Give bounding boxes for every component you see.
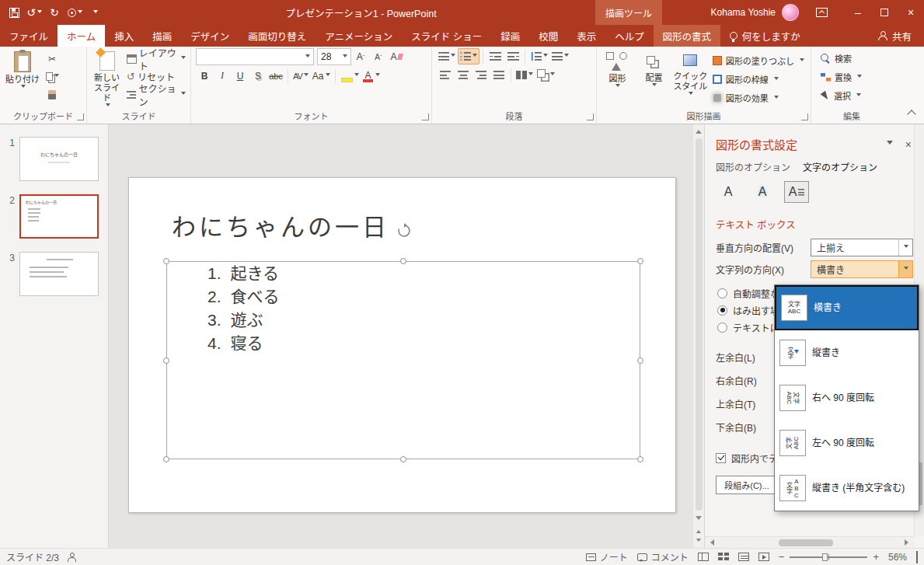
zoom-slider-thumb[interactable] (822, 553, 828, 561)
textbox-layout-icon[interactable]: A (784, 181, 809, 203)
clipboard-dialog-launcher-icon[interactable] (77, 113, 84, 120)
tab-animations[interactable]: アニメーション (316, 25, 402, 47)
paragraph-dialog-launcher-icon[interactable] (587, 113, 594, 120)
previous-slide-icon[interactable] (693, 525, 705, 535)
font-dialog-launcher-icon[interactable] (422, 113, 429, 120)
section-button[interactable]: セクション (125, 86, 187, 103)
list-item[interactable]: 2.食べる (167, 285, 640, 309)
slideshow-view-button[interactable] (758, 553, 769, 561)
pane-horizontal-scrollbar[interactable] (705, 536, 914, 548)
resize-handle-sw[interactable] (163, 456, 169, 462)
tab-view[interactable]: 表示 (567, 25, 605, 47)
format-painter-button[interactable] (44, 86, 61, 103)
radio-icon[interactable] (717, 288, 727, 298)
tab-transitions[interactable]: 画面切り替え (239, 25, 316, 47)
collapse-ribbon-icon[interactable] (907, 110, 915, 118)
resize-handle-se[interactable] (637, 456, 643, 462)
new-slide-button[interactable]: 新しい スライド (90, 49, 124, 109)
checkbox-checked-icon[interactable] (716, 453, 726, 463)
text-shadow-button[interactable]: S (249, 68, 267, 84)
combo-dropdown-button[interactable] (898, 261, 912, 277)
tab-design[interactable]: デザイン (181, 25, 239, 47)
decrease-indent-button[interactable] (486, 48, 504, 65)
text-fill-outline-icon[interactable]: A (716, 181, 741, 203)
content-textbox[interactable]: 1.起きる 2.食べる 3.遊ぶ 4.寝る (166, 261, 640, 459)
customize-qat-button[interactable] (85, 2, 104, 23)
resize-handle-w[interactable] (163, 357, 169, 364)
align-left-button[interactable] (437, 67, 454, 83)
zoom-percentage[interactable]: 56% (888, 552, 907, 563)
undo-button[interactable]: ↺ (25, 2, 44, 23)
line-spacing-button[interactable] (528, 48, 549, 65)
tab-slideshow[interactable]: スライド ショー (402, 25, 491, 47)
arrange-button[interactable]: 配置 (636, 49, 671, 109)
pane-close-icon[interactable]: × (905, 138, 912, 151)
radio-selected-icon[interactable] (717, 305, 727, 316)
scrollbar-thumb[interactable] (779, 539, 833, 546)
normal-view-button[interactable] (698, 553, 709, 561)
avatar[interactable] (782, 4, 799, 21)
numbering-button[interactable] (458, 48, 479, 65)
underline-button[interactable]: U (232, 68, 249, 84)
copy-button[interactable] (44, 68, 61, 85)
clear-formatting-button[interactable]: A (388, 49, 405, 65)
select-button[interactable]: 選択 (818, 87, 892, 104)
justify-button[interactable] (490, 67, 507, 83)
share-button[interactable]: 共有 (866, 25, 924, 47)
find-button[interactable]: 検索 (818, 50, 892, 67)
menu-item-vertical[interactable]: 文字 縦書き (775, 330, 919, 375)
change-case-button[interactable]: Aa (311, 68, 332, 84)
tab-text-options[interactable]: 文字のオプション (803, 160, 877, 173)
pane-menu-chevron-icon[interactable] (887, 141, 893, 148)
resize-handle-nw[interactable] (163, 258, 169, 264)
slide-sorter-view-button[interactable] (718, 553, 729, 561)
notes-button[interactable]: ノート (586, 550, 628, 563)
tab-shape-options[interactable]: 図形のオプション (716, 160, 790, 173)
canvas-scrollbar[interactable] (692, 124, 704, 548)
radio-icon[interactable] (717, 323, 727, 333)
slide-title-text[interactable]: わにちゃんの一日 (172, 208, 389, 242)
shape-outline-button[interactable]: 図形の枠線 (710, 71, 807, 88)
menu-item-horizontal[interactable]: 文字ABC 横書き (775, 285, 919, 330)
quick-styles-button[interactable]: クイック スタイル (673, 49, 708, 109)
tab-shape-format[interactable]: 図形の書式 (654, 25, 720, 47)
maximize-button[interactable] (871, 0, 898, 25)
layout-button[interactable]: レイアウト (125, 51, 187, 67)
scroll-left-icon[interactable] (707, 539, 714, 546)
text-direction-button[interactable] (550, 48, 570, 65)
thumbnail-preview[interactable]: わにちゃんの一日 (19, 137, 99, 181)
shape-fill-button[interactable]: 図形の塗りつぶし (710, 52, 807, 69)
scroll-up-icon[interactable] (693, 124, 705, 137)
text-direction-combo[interactable]: 横書き (811, 260, 913, 278)
tab-review[interactable]: 校閲 (529, 25, 567, 47)
scroll-right-icon[interactable] (905, 539, 912, 546)
align-center-button[interactable] (455, 67, 472, 83)
rotate-handle[interactable] (396, 223, 412, 239)
zoom-out-button[interactable]: − (779, 551, 785, 563)
bullets-button[interactable] (437, 48, 457, 65)
bold-button[interactable]: B (196, 68, 213, 84)
menu-item-rotate-left[interactable]: 文字ABC 左へ 90 度回転 (775, 420, 919, 466)
tab-draw[interactable]: 描画 (143, 25, 181, 47)
minimize-button[interactable]: – (845, 0, 871, 25)
user-name[interactable]: Kohama Yoshie (711, 7, 776, 18)
next-slide-icon[interactable] (693, 535, 705, 546)
slide-thumbnail-1[interactable]: 1 わにちゃんの一日 (0, 137, 108, 181)
highlight-color-button[interactable] (339, 68, 361, 84)
cut-button[interactable]: ✂ (44, 51, 61, 67)
drawing-dialog-launcher-icon[interactable] (801, 113, 808, 120)
scrollbar-thumb[interactable] (696, 138, 703, 511)
resize-handle-e[interactable] (637, 357, 643, 364)
accessibility-icon[interactable] (67, 553, 76, 562)
slide-editing-surface[interactable]: わにちゃんの一日 1.起きる 2.食べる 3.遊ぶ 4.寝る (128, 177, 676, 513)
menu-item-rotate-right[interactable]: 文字ABC 右へ 90 度回転 (775, 375, 919, 420)
zoom-in-button[interactable]: + (873, 551, 879, 563)
ribbon-display-options-icon[interactable] (816, 8, 828, 17)
redo-button[interactable]: ↻ (45, 2, 64, 23)
tab-record[interactable]: 録画 (491, 25, 529, 47)
font-name-combo[interactable] (196, 48, 314, 65)
text-effects-icon[interactable]: A (750, 181, 775, 203)
font-color-button[interactable]: A (361, 68, 382, 84)
tab-file[interactable]: ファイル (0, 25, 58, 47)
resize-handle-s[interactable] (400, 456, 406, 462)
